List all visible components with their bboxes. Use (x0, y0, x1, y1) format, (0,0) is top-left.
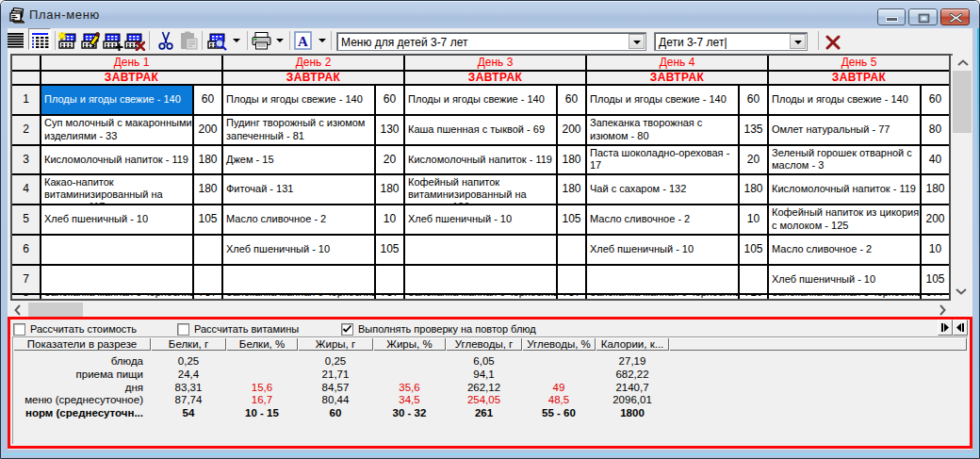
svg-text:A: A (298, 34, 308, 49)
